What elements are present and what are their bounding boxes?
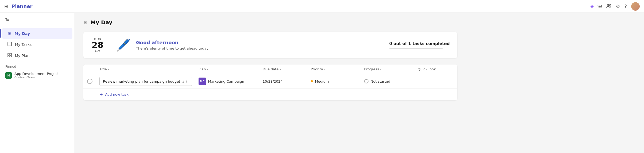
tasks-progress-bar-bg: [389, 48, 443, 49]
task-check-cell: [83, 79, 96, 84]
page-header: ☀ My Day: [83, 19, 457, 26]
welcome-date: MON 28 Oct: [91, 37, 104, 53]
col-quick-look: Quick look: [414, 67, 457, 71]
table-header: Title ▾ Plan ▾ Due date ▾ Priority ▾ Pro…: [83, 65, 457, 74]
welcome-subtitle: There's plenty of time to get ahead toda…: [136, 46, 389, 50]
add-task-label: Add new task: [105, 92, 129, 96]
svg-rect-10: [10, 55, 11, 57]
col-title[interactable]: Title ▾: [96, 67, 195, 71]
tasks-completed-label: 0 out of 1 tasks completed: [389, 41, 450, 46]
welcome-card: MON 28 Oct 🖊️ Good afternoon There's ple…: [83, 32, 457, 58]
svg-rect-7: [8, 53, 9, 55]
pinned-name: App Development Project: [14, 72, 59, 76]
add-icon: +: [99, 92, 103, 97]
my-plans-icon: [7, 53, 12, 58]
page-title: My Day: [90, 19, 112, 26]
svg-rect-9: [8, 55, 9, 57]
top-bar-left: ⊞ Planner: [4, 3, 32, 9]
task-title-actions: ℹ ⋮: [182, 79, 188, 83]
sidebar-item-my-day[interactable]: ☀ My Day: [2, 28, 72, 39]
add-task-row[interactable]: + Add new task: [83, 89, 457, 100]
top-bar-right: ◈ Trial ⚙ ?: [590, 2, 640, 11]
task-due-cell: 10/28/2024: [259, 79, 308, 83]
task-priority-cell: Medium: [308, 79, 361, 83]
progress-circle: [364, 79, 368, 83]
people-icon[interactable]: [606, 3, 611, 10]
plan-avatar: MC: [199, 78, 206, 85]
top-bar: ⊞ Planner ◈ Trial ⚙ ?: [0, 0, 644, 13]
task-title-box: Review marketing plan for campaign budge…: [99, 77, 192, 86]
page-header-icon: ☀: [83, 20, 88, 25]
my-tasks-icon: [7, 42, 12, 47]
day-num: 28: [91, 41, 104, 49]
trial-badge: ◈ Trial: [590, 4, 602, 9]
trial-diamond-icon: ◈: [590, 4, 593, 9]
col-check: [83, 67, 96, 71]
main-content: ☀ My Day MON 28 Oct 🖊️ Good afternoon Th…: [75, 13, 466, 153]
task-table: Title ▾ Plan ▾ Due date ▾ Priority ▾ Pro…: [83, 65, 457, 100]
col-progress[interactable]: Progress ▾: [361, 67, 414, 71]
sidebar-item-label: My Plans: [15, 54, 32, 58]
col-due-date[interactable]: Due date ▾: [259, 67, 308, 71]
sidebar-item-my-plans[interactable]: My Plans: [2, 50, 72, 61]
trial-label: Trial: [595, 4, 602, 8]
svg-rect-2: [5, 18, 7, 21]
app-grid-icon[interactable]: ⊞: [4, 3, 8, 9]
svg-rect-6: [8, 42, 11, 46]
task-title-text: Review marketing plan for campaign budge…: [103, 79, 180, 83]
priority-sort-icon: ▾: [324, 68, 325, 71]
task-progress-cell: Not started: [361, 79, 414, 83]
welcome-emoji: 🖊️: [116, 38, 131, 52]
welcome-greeting: Good afternoon: [136, 40, 389, 45]
task-more-icon[interactable]: ⋮: [185, 79, 189, 83]
col-plan[interactable]: Plan ▾: [195, 67, 259, 71]
title-sort-icon: ▾: [108, 68, 109, 71]
sidebar-item-my-tasks[interactable]: My Tasks: [2, 39, 72, 50]
task-plan-cell: MC Marketing Campaign: [195, 78, 259, 85]
app-title: Planner: [11, 3, 32, 9]
task-info-icon[interactable]: ℹ: [182, 79, 184, 83]
progress-text: Not started: [371, 79, 390, 83]
plan-sort-icon: ▾: [207, 68, 208, 71]
svg-rect-8: [10, 53, 11, 55]
my-day-icon: ☀: [7, 31, 11, 36]
priority-text: Medium: [315, 79, 329, 83]
avatar[interactable]: [631, 2, 640, 11]
help-icon[interactable]: ?: [624, 3, 627, 9]
sidebar: ☀ My Day My Tasks My Plans Pinned H: [0, 13, 75, 153]
col-priority[interactable]: Priority ▾: [308, 67, 361, 71]
sidebar-toggle[interactable]: [0, 15, 75, 26]
task-title-cell: Review marketing plan for campaign budge…: [96, 77, 195, 86]
pinned-sub: Contoso Team: [14, 76, 59, 79]
progress-sort-icon: ▾: [380, 68, 381, 71]
sidebar-item-app-dev[interactable]: H App Development Project Contoso Team: [0, 70, 75, 81]
priority-dot: [311, 80, 313, 82]
due-date-sort-icon: ▾: [280, 68, 281, 71]
task-complete-checkbox[interactable]: [87, 79, 92, 84]
welcome-stats: 0 out of 1 tasks completed: [389, 41, 450, 49]
pinned-avatar: H: [5, 72, 12, 79]
sidebar-item-label: My Day: [14, 31, 30, 36]
pinned-section-label: Pinned: [0, 62, 75, 70]
layout: ☀ My Day My Tasks My Plans Pinned H: [0, 13, 466, 153]
table-row: Review marketing plan for campaign budge…: [83, 74, 457, 89]
pinned-info: App Development Project Contoso Team: [14, 72, 59, 79]
plan-name: Marketing Campaign: [208, 79, 244, 83]
settings-icon[interactable]: ⚙: [616, 3, 620, 9]
sidebar-item-label: My Tasks: [15, 42, 32, 47]
sidebar-nav: ☀ My Day My Tasks My Plans: [0, 28, 75, 62]
svg-point-0: [607, 4, 609, 6]
svg-point-1: [609, 4, 611, 5]
welcome-text: Good afternoon There's plenty of time to…: [136, 40, 389, 50]
